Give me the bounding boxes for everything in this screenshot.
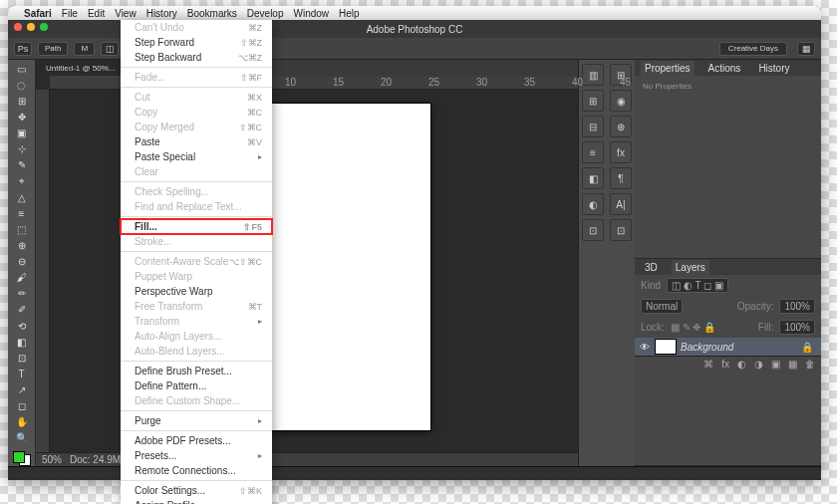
layer-row[interactable]: 👁 Background 🔒 — [635, 338, 821, 356]
layer-thumbnail[interactable] — [655, 339, 677, 355]
panel-icon-1-2[interactable]: ⊕ — [610, 116, 632, 137]
menu-item-copy: Copy⌘C — [121, 105, 272, 120]
opacity-value[interactable]: 100% — [779, 299, 815, 314]
minimize-icon[interactable] — [27, 23, 35, 31]
tool-3[interactable]: ✥ — [11, 110, 33, 124]
menu-item-label: Step Forward — [135, 37, 194, 48]
tool-14[interactable]: ✏ — [11, 287, 33, 301]
menu-file[interactable]: File — [62, 8, 78, 19]
ruler-vertical[interactable] — [36, 90, 50, 452]
tab-3d[interactable]: 3D — [641, 260, 662, 275]
tool-19[interactable]: T — [11, 367, 33, 380]
tool-0[interactable]: ▭ — [11, 62, 33, 76]
document-tab[interactable]: Untitled-1 @ 50%... — [36, 60, 126, 76]
layer-name[interactable]: Background — [681, 342, 733, 353]
panel-icon-0-2[interactable]: ⊟ — [582, 116, 604, 137]
menu-history[interactable]: History — [146, 8, 177, 19]
tool-22[interactable]: ✋ — [11, 415, 33, 429]
link-icon[interactable]: ⌘ — [703, 359, 713, 370]
panel-icon-1-1[interactable]: ◉ — [610, 90, 632, 112]
menu-item-fill[interactable]: Fill...⇧F5 — [121, 219, 272, 234]
panel-icon-0-3[interactable]: ≡ — [582, 141, 604, 163]
menu-item-color-settings[interactable]: Color Settings...⇧⌘K — [121, 483, 272, 498]
panel-icon-0-4[interactable]: ◧ — [582, 167, 604, 189]
tool-16[interactable]: ⟲ — [11, 319, 33, 333]
panel-icon-0-1[interactable]: ⊞ — [582, 90, 604, 112]
panel-icon-1-5[interactable]: A| — [610, 193, 632, 215]
menu-item-label: Adobe PDF Presets... — [135, 435, 231, 446]
visibility-icon[interactable]: 👁 — [639, 342, 651, 353]
color-swatch[interactable] — [13, 451, 31, 466]
tool-12[interactable]: ⊖ — [11, 255, 33, 269]
tab-properties[interactable]: Properties — [641, 61, 695, 76]
menu-item-paste[interactable]: Paste⌘V — [121, 134, 272, 149]
menu-bookmarks[interactable]: Bookmarks — [187, 8, 237, 19]
menu-item-remote-connections[interactable]: Remote Connections... — [121, 463, 272, 478]
blend-mode[interactable]: Normal — [641, 299, 683, 314]
panel-icon-0-6[interactable]: ⊡ — [582, 219, 604, 241]
menu-item-adobe-pdf-presets[interactable]: Adobe PDF Presets... — [121, 433, 272, 448]
menu-help[interactable]: Help — [339, 8, 360, 19]
menu-window[interactable]: Window — [294, 8, 330, 19]
path-ops-icon[interactable]: ◫ — [101, 42, 119, 56]
menu-item-purge[interactable]: Purge — [121, 413, 272, 428]
menu-item-perspective-warp[interactable]: Perspective Warp — [121, 284, 272, 299]
tool-6[interactable]: ✎ — [11, 158, 33, 172]
panel-icon-1-6[interactable]: ⊡ — [610, 219, 632, 241]
tool-5[interactable]: ⊹ — [11, 142, 33, 156]
tool-21[interactable]: ◻ — [11, 399, 33, 413]
creative-days-button[interactable]: Creative Days — [719, 42, 787, 56]
tool-18[interactable]: ⊡ — [11, 351, 33, 365]
menu-edit[interactable]: Edit — [88, 8, 105, 19]
panel-icon-1-3[interactable]: fx — [610, 141, 632, 163]
workspace-icon[interactable]: ▦ — [797, 42, 815, 56]
menu-item-assign-profile[interactable]: Assign Profile... — [121, 498, 272, 504]
menu-view[interactable]: View — [115, 8, 137, 19]
menu-item-step-forward[interactable]: Step Forward⇧⌘Z — [121, 35, 272, 50]
tool-4[interactable]: ▣ — [11, 126, 33, 140]
make-selection[interactable]: M — [74, 42, 95, 56]
tool-11[interactable]: ⊕ — [11, 238, 33, 252]
menu-item-paste-special[interactable]: Paste Special — [121, 149, 272, 164]
tool-20[interactable]: ↗ — [11, 383, 33, 397]
lock-icons[interactable]: ▦ ✎ ✥ 🔒 — [671, 322, 715, 333]
tool-8[interactable]: △ — [11, 190, 33, 204]
tool-7[interactable]: ⌖ — [11, 174, 33, 188]
adjustment-icon[interactable]: ◑ — [754, 359, 763, 370]
group-icon[interactable]: ▣ — [771, 359, 780, 370]
panel-icon-1-4[interactable]: ¶ — [610, 167, 632, 189]
menu-item-presets[interactable]: Presets... — [121, 448, 272, 463]
tool-13[interactable]: 🖌 — [11, 271, 33, 285]
new-layer-icon[interactable]: ▦ — [788, 359, 797, 370]
tool-mode-select[interactable]: Path — [38, 42, 68, 56]
fill-value[interactable]: 100% — [779, 320, 815, 335]
kind-filter[interactable]: ◫ ◐ T ◻ ▣ — [667, 278, 728, 293]
tool-9[interactable]: ≡ — [11, 206, 33, 220]
close-icon[interactable] — [14, 23, 22, 31]
ps-logo-icon[interactable]: Ps — [14, 42, 32, 56]
ruler-mark: 35 — [524, 77, 535, 88]
tool-17[interactable]: ◧ — [11, 335, 33, 349]
photoshop-window: Safari File Edit View History Bookmarks … — [8, 6, 821, 480]
fx-icon[interactable]: fx — [721, 359, 729, 370]
menu-shortcut: ⇧⌘Z — [240, 38, 263, 48]
tool-10[interactable]: ⬚ — [11, 222, 33, 236]
mask-icon[interactable]: ◐ — [737, 359, 746, 370]
menu-item-define-brush-preset[interactable]: Define Brush Preset... — [121, 364, 272, 378]
tab-layers[interactable]: Layers — [672, 260, 709, 275]
tool-23[interactable]: 🔍 — [11, 431, 33, 445]
tab-history[interactable]: History — [754, 61, 793, 76]
menu-safari[interactable]: Safari — [24, 8, 52, 19]
menu-develop[interactable]: Develop — [247, 8, 284, 19]
menu-item-define-pattern[interactable]: Define Pattern... — [121, 378, 272, 393]
trash-icon[interactable]: 🗑 — [805, 359, 815, 370]
tool-15[interactable]: ✐ — [11, 303, 33, 317]
panel-icon-0-5[interactable]: ◐ — [582, 193, 604, 215]
tool-1[interactable]: ◌ — [11, 78, 33, 92]
panel-icon-0-0[interactable]: ▥ — [582, 64, 604, 86]
menu-item-step-backward[interactable]: Step Backward⌥⌘Z — [121, 50, 272, 65]
tab-actions[interactable]: Actions — [704, 61, 745, 76]
zoom-icon[interactable] — [40, 23, 48, 31]
zoom-value[interactable]: 50% — [42, 454, 62, 465]
tool-2[interactable]: ⊞ — [11, 94, 33, 108]
